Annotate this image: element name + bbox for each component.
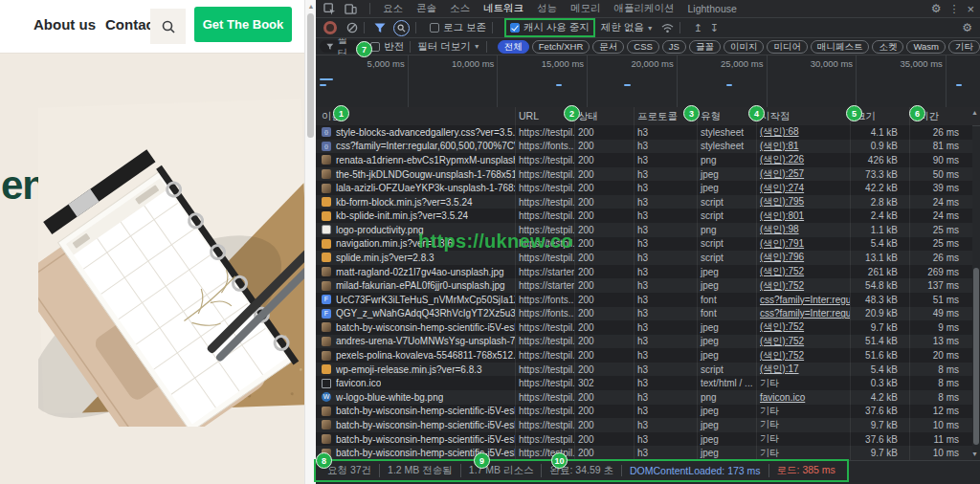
network-request-row[interactable]: lala-azizli-OFZUaeYKP3k-unsplash-1-768x5… <box>316 181 972 195</box>
network-request-row[interactable]: splide.min.js?ver=2.8.3 https://testpil.… <box>316 251 972 265</box>
table-scrollbar-thumb[interactable] <box>973 268 979 445</box>
request-initiator[interactable]: css?family=Inter:regular,60 <box>760 308 850 319</box>
network-request-row[interactable]: batch-by-wisconsin-hemp-scientific-i5V-e… <box>316 432 972 447</box>
resource-type-chip[interactable]: 미디어 <box>767 40 808 54</box>
resource-type-chip[interactable]: Wasm <box>906 40 946 54</box>
request-initiator[interactable]: 기타 <box>760 419 779 429</box>
resource-type-chip[interactable]: 문서 <box>592 40 624 54</box>
site-scrollbar-thumb[interactable] <box>307 13 314 138</box>
network-request-row[interactable]: favicon.ico https://testpil... 302 h3 te… <box>316 376 972 390</box>
network-request-row[interactable]: wp-emoji-release.min.js?ver=6.8.3 https:… <box>316 363 972 377</box>
filter-input[interactable]: 필터 <box>320 40 361 53</box>
search-button[interactable] <box>150 9 186 44</box>
devtools-tab[interactable]: 소스 <box>443 0 477 17</box>
resource-type-chip[interactable]: 매니페스트 <box>811 40 870 54</box>
request-initiator[interactable]: 기타 <box>760 378 779 388</box>
devtools-tab[interactable]: 요소 <box>376 0 410 17</box>
devtools-tab[interactable]: 성능 <box>530 0 564 17</box>
network-request-row[interactable]: kb-form-block.min.js?ver=3.5.24 https://… <box>316 195 972 209</box>
request-initiator[interactable]: 기타 <box>760 448 779 458</box>
table-scroll-down-icon[interactable]: ▼ <box>969 451 980 457</box>
resource-type-chip[interactable]: Fetch/XHR <box>532 40 590 54</box>
export-har-icon[interactable]: ↧ <box>710 22 719 34</box>
network-request-row[interactable]: logo-productivity.png https://testpil...… <box>316 223 972 237</box>
settings-gear-icon[interactable]: ⚙ <box>931 2 942 15</box>
more-filters-dropdown[interactable]: 필터 더보기 ▼ <box>417 40 479 54</box>
table-scroll-up-icon[interactable]: ▲ <box>969 109 980 116</box>
request-initiator[interactable]: css?family=Inter:regular,60 <box>760 295 850 305</box>
network-request-row[interactable]: the-5th-jkDLNDGougw-unsplash-1-768x512.j… <box>316 167 972 182</box>
devtools-tab[interactable]: 네트워크 <box>477 0 530 17</box>
column-header-type[interactable]: 유형 <box>701 110 721 123</box>
resource-type-chip[interactable]: CSS <box>627 40 659 54</box>
disable-cache-checkbox[interactable]: 캐시 사용 중지 <box>506 20 593 35</box>
network-request-row[interactable]: pexels-polina-kovaleva-5546811-768x512.j… <box>316 348 972 363</box>
network-conditions-icon[interactable] <box>661 23 674 33</box>
nav-link-about[interactable]: About us <box>33 16 96 33</box>
devtools-tab[interactable]: 콘솔 <box>410 0 443 17</box>
request-initiator[interactable]: (색인):81 <box>760 141 799 151</box>
network-timeline-overview[interactable]: 5,000 ms10,000 ms15,000 ms20,000 ms25,00… <box>316 55 980 108</box>
checkbox-checked-icon <box>510 23 520 33</box>
network-request-row[interactable]: style-blocks-advancedgallery.css?ver=3.5… <box>316 125 972 140</box>
network-request-row[interactable]: andres-urena-V7UoMNWsYsg-unsplash-768x5.… <box>316 335 972 349</box>
network-request-row[interactable]: w-logo-blue-white-bg.png https://testpil… <box>316 390 972 405</box>
devtools-tab[interactable]: 메모리 <box>564 0 608 17</box>
resource-type-chip[interactable]: 전체 <box>498 40 529 54</box>
request-initiator[interactable]: (색인):791 <box>760 238 804 249</box>
preserve-log-checkbox[interactable]: 로그 보존 <box>430 21 486 34</box>
request-initiator[interactable]: 기타 <box>760 406 779 416</box>
network-request-row[interactable]: milad-fakurian-ePAL0f6jjr0-unsplash.jpg … <box>316 278 972 293</box>
network-request-row[interactable]: matt-ragland-02z1l7gv4ao-unsplash.jpg ht… <box>316 265 972 279</box>
request-initiator[interactable]: (색인):795 <box>760 196 804 207</box>
kebab-menu-icon[interactable]: ⋮ <box>948 3 959 15</box>
column-header-protocol[interactable]: 프로토콜 <box>637 110 678 123</box>
filter-funnel-icon[interactable] <box>374 23 386 33</box>
request-initiator[interactable]: (색인):68 <box>760 126 799 137</box>
network-request-row[interactable]: UcC73FwrK3iLTeHuS_nVMrMxCp50SjIa1ZL7.wof… <box>316 293 972 307</box>
clear-icon[interactable] <box>346 22 358 33</box>
resource-type-chip[interactable]: 소켓 <box>872 40 903 54</box>
resource-type-chip[interactable]: JS <box>662 40 686 54</box>
throttling-dropdown[interactable]: 제한 없음 ▼ <box>601 21 654 34</box>
request-initiator[interactable]: (색인):257 <box>760 168 804 179</box>
network-settings-gear-icon[interactable]: ⚙ <box>962 21 972 34</box>
device-toolbar-icon[interactable] <box>343 2 358 15</box>
request-initiator[interactable]: (색인):752 <box>760 280 804 291</box>
column-header-status[interactable]: 상태 <box>578 110 598 123</box>
search-icon[interactable] <box>393 20 410 36</box>
devtools-tab[interactable]: Lighthouse <box>681 1 744 16</box>
column-header-url[interactable]: URL <box>519 110 539 121</box>
network-request-row[interactable]: navigation.min.js?ver=1.3.6 https://test… <box>316 237 972 252</box>
network-request-row[interactable]: css?family=Inter:regular,600,500,700%7CW… <box>316 140 972 154</box>
request-initiator[interactable]: (색인):17 <box>760 363 799 374</box>
network-request-row[interactable]: batch-by-wisconsin-hemp-scientific-i5V-e… <box>316 418 972 432</box>
import-har-icon[interactable]: ↥ <box>694 22 702 34</box>
request-initiator[interactable]: (색인):752 <box>760 321 804 332</box>
network-request-row[interactable]: kb-splide-init.min.js?ver=3.5.24 https:/… <box>316 209 972 223</box>
request-initiator[interactable]: (색인):801 <box>760 210 804 221</box>
request-initiator[interactable]: (색인):752 <box>760 266 804 276</box>
request-initiator[interactable]: (색인):752 <box>760 350 804 361</box>
resource-type-chip[interactable]: 이미지 <box>724 40 765 54</box>
request-initiator[interactable]: (색인):226 <box>760 154 804 165</box>
request-initiator[interactable]: (색인):752 <box>760 336 804 346</box>
request-initiator[interactable]: 기타 <box>760 433 779 444</box>
get-the-book-button[interactable]: Get The Book <box>194 7 292 42</box>
close-icon[interactable]: × <box>967 2 974 16</box>
network-request-row[interactable]: batch-by-wisconsin-hemp-scientific-i5V-e… <box>316 320 972 335</box>
invert-checkbox[interactable]: 반전 <box>370 40 404 54</box>
request-initiator[interactable]: (색인):796 <box>760 252 804 262</box>
network-request-row[interactable]: batch-by-wisconsin-hemp-scientific-i5V-e… <box>316 405 972 419</box>
resource-type-chip[interactable]: 글꼴 <box>689 40 721 54</box>
resource-type-chip[interactable]: 기타 <box>948 40 980 54</box>
network-request-row[interactable]: batch-by-wisconsin-hemp-scientific-i5V-e… <box>316 446 972 460</box>
request-initiator[interactable]: (색인):274 <box>760 183 804 193</box>
network-request-row[interactable]: QGY_z_wNahGAdqQ43RhVcIgYT2Xz5u32K3vXB...… <box>316 307 972 321</box>
network-request-row[interactable]: renata-a1drienn-ebvCs1RypmxM-unsplash-98… <box>316 153 972 167</box>
record-icon[interactable] <box>323 21 337 34</box>
request-initiator[interactable]: (색인):98 <box>760 224 799 234</box>
request-initiator[interactable]: favicon.ico <box>760 392 805 403</box>
inspect-icon[interactable] <box>322 2 337 15</box>
devtools-tab[interactable]: 애플리케이션 <box>608 0 681 17</box>
